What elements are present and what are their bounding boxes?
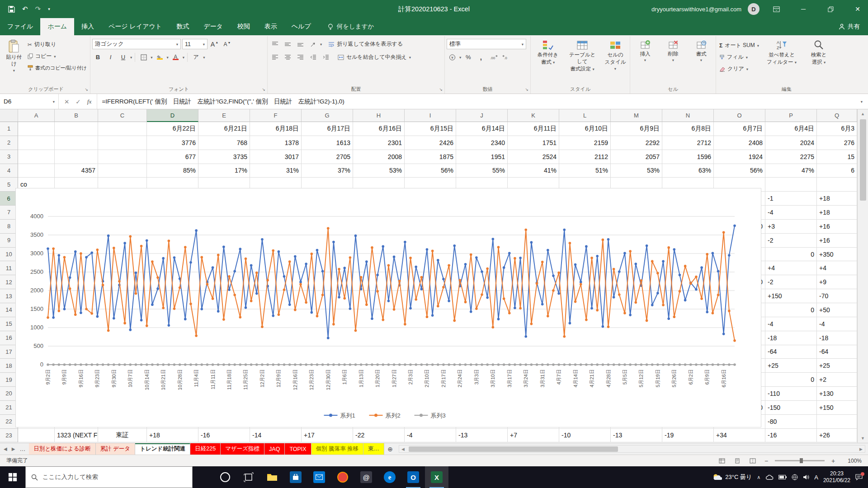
cell-Q9[interactable]: +16 [817,234,857,248]
sheet-tab-TOPIX[interactable]: TOPIX [285,443,311,455]
account-email[interactable]: dryyourtearswithlove1@gmail.com [651,6,741,13]
embedded-chart[interactable]: 050010001500200025003000350040009月2日9月9日… [15,188,761,427]
sheet-tab-トレンド統計関連[interactable]: トレンド統計関連 [135,443,190,455]
decrease-decimal-button[interactable]: .0 [500,52,512,62]
horizontal-scrollbar[interactable]: ◀ ▶ [399,445,865,453]
underline-caret-icon[interactable]: ▾ [130,55,132,60]
sheet-tab-JAQ[interactable]: JAQ [264,443,285,455]
cell-O2[interactable]: 2408 [714,136,765,150]
cell-P15[interactable]: -4 [765,317,817,331]
ribbon-tab-ファイル[interactable]: ファイル [0,18,40,35]
cell-C1[interactable] [98,122,147,136]
conditional-formatting-button[interactable]: 条件付き 書式 ▾ [533,37,563,84]
font-size-select[interactable]: 11▾ [182,39,208,49]
cell-I3[interactable]: 1875 [405,150,456,164]
cell-F1[interactable]: 6月18日 [250,122,302,136]
cell-P22[interactable]: -80 [765,415,817,429]
align-top-button[interactable] [269,39,281,49]
cell-E3[interactable]: 3735 [198,150,250,164]
page-layout-view-button[interactable] [732,456,742,465]
cell-E1[interactable]: 6月21日 [198,122,250,136]
zoom-slider-thumb[interactable] [800,458,803,463]
cell-N2[interactable]: 2712 [662,136,714,150]
merge-center-button[interactable]: セルを結合して中央揃え ▾ [336,52,412,62]
start-button[interactable] [0,466,25,488]
sheet-tab-日経225[interactable]: 日経225 [190,443,221,455]
phonetic-button[interactable]: ア [190,52,202,62]
column-header-C[interactable]: C [98,109,147,122]
sheet-tab-累計 データ[interactable]: 累計 データ [96,443,136,455]
sheet-nav-right-icon[interactable]: ▶ [12,446,15,451]
ribbon-tab-数式[interactable]: 数式 [169,18,196,35]
cell-L1[interactable]: 6月10日 [559,122,611,136]
formula-input[interactable]: =IFERROR(LEFT(' 個別 日統計 左統計'!G2,FIND("(",… [97,94,855,109]
cell-P1[interactable]: 6月4日 [765,122,817,136]
number-format-select[interactable]: 標準▾ [447,39,526,49]
column-header-J[interactable]: J [456,109,508,122]
column-header-G[interactable]: G [302,109,353,122]
vertical-scroll-thumb[interactable] [860,119,866,201]
column-header-L[interactable]: L [559,109,611,122]
cell-B2[interactable] [55,136,98,150]
cell-P9[interactable]: -2 [765,234,817,248]
cell-K23[interactable]: +7 [508,429,559,443]
ribbon-display-options-icon[interactable] [766,0,787,18]
cell-F3[interactable]: 3017 [250,150,302,164]
cell-P19[interactable]: 0 [765,373,817,387]
font-dialog-launcher-icon[interactable]: ↘ [262,88,265,92]
cell-I4[interactable]: 56% [405,164,456,178]
align-middle-button[interactable] [282,39,293,49]
cell-Q6[interactable]: +18 [817,192,857,206]
column-header-P[interactable]: P [765,109,817,122]
cell-G4[interactable]: 37% [302,164,353,178]
cell-P21[interactable]: -150 [765,401,817,415]
cell-P18[interactable]: +25 [765,359,817,373]
cell-H2[interactable]: 2301 [353,136,405,150]
cell-C23[interactable]: 東証 [98,429,147,443]
cell-N23[interactable]: -19 [662,429,714,443]
save-icon[interactable] [8,6,15,13]
column-header-B[interactable]: B [55,109,98,122]
clipboard-dialog-launcher-icon[interactable]: ↘ [85,88,88,92]
cell-P23[interactable]: -16 [765,429,817,443]
ribbon-tab-校閲[interactable]: 校閲 [230,18,257,35]
cell-P7[interactable]: -4 [765,206,817,220]
cell-L4[interactable]: 51% [559,164,611,178]
insert-cells-button[interactable]: 挿入 ▾ [632,37,658,84]
zoom-out-button[interactable]: − [763,457,769,465]
cell-A2[interactable] [18,136,55,150]
cell-C3[interactable] [98,150,147,164]
cortana-button[interactable] [213,466,237,488]
find-select-button[interactable]: 検索と 選択 ▾ [803,37,835,84]
cell-D23[interactable]: +18 [147,429,198,443]
cell-Q21[interactable]: +150 [817,401,857,415]
name-box[interactable]: D6 ▾ [0,94,59,109]
column-header-M[interactable]: M [611,109,662,122]
undo-icon[interactable]: ↶ [22,5,28,13]
sort-filter-button[interactable]: AZ 並べ替えと フィルター ▾ [762,37,801,84]
confirm-entry-icon[interactable]: ✓ [75,98,80,105]
cell-E2[interactable]: 768 [198,136,250,150]
align-center-button[interactable] [282,52,293,62]
normal-view-button[interactable] [717,456,727,465]
underline-button[interactable]: U [118,52,129,62]
ribbon-tab-データ[interactable]: データ [196,18,230,35]
cell-Q4[interactable]: 6 [817,164,857,178]
cell-P4[interactable]: 47% [765,164,817,178]
mail-app-button[interactable]: @ [354,466,378,488]
sheet-tab-個別 騰落率 推移[interactable]: 個別 騰落率 推移 [311,443,363,455]
cell-P11[interactable]: +4 [765,261,817,275]
cancel-entry-icon[interactable]: ✕ [64,98,69,105]
number-dialog-launcher-icon[interactable]: ↘ [525,88,528,92]
clear-button[interactable]: クリア▾ [718,64,760,74]
cell-P2[interactable]: 2024 [765,136,817,150]
font-color-button[interactable]: A [170,52,181,62]
autosum-button[interactable]: Σオート SUM▾ [718,41,760,50]
cell-H4[interactable]: 53% [353,164,405,178]
font-color-caret-icon[interactable]: ▾ [183,55,184,60]
cell-F23[interactable]: -14 [250,429,302,443]
cell-Q14[interactable]: +50 [817,303,857,317]
vertical-scrollbar[interactable]: ▲ ▼ [857,109,868,443]
battery-icon[interactable] [778,475,787,479]
scroll-down-icon[interactable]: ▼ [858,434,868,443]
